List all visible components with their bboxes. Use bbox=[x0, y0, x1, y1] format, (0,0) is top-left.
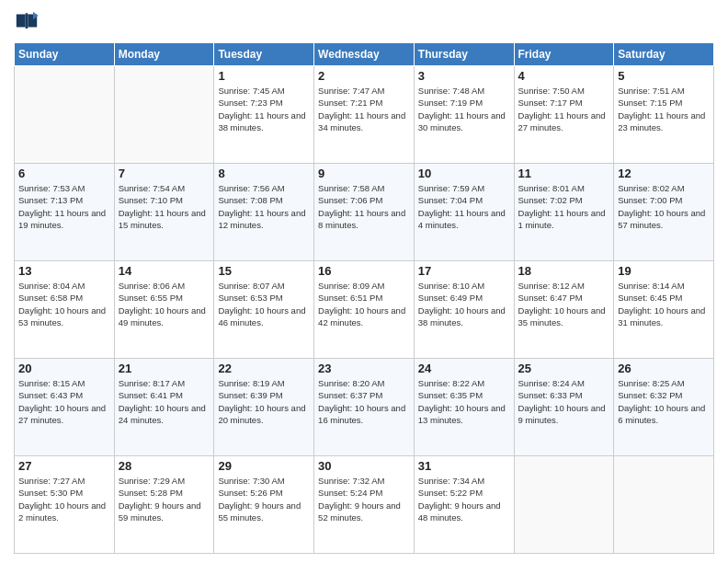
day-info: Sunrise: 8:15 AM Sunset: 6:43 PM Dayligh… bbox=[18, 377, 110, 426]
calendar-cell: 16Sunrise: 8:09 AM Sunset: 6:51 PM Dayli… bbox=[314, 261, 415, 359]
calendar-header-tuesday: Tuesday bbox=[214, 43, 314, 66]
day-info: Sunrise: 7:56 AM Sunset: 7:08 PM Dayligh… bbox=[218, 182, 310, 231]
calendar-header-thursday: Thursday bbox=[414, 43, 514, 66]
svg-rect-1 bbox=[17, 15, 26, 28]
day-info: Sunrise: 7:50 AM Sunset: 7:17 PM Dayligh… bbox=[518, 85, 610, 133]
day-info: Sunrise: 8:07 AM Sunset: 6:53 PM Dayligh… bbox=[218, 280, 310, 328]
calendar-cell: 12Sunrise: 8:02 AM Sunset: 7:00 PM Dayli… bbox=[614, 164, 714, 261]
day-number: 7 bbox=[119, 167, 210, 180]
day-number: 6 bbox=[18, 167, 110, 180]
day-number: 12 bbox=[618, 167, 710, 180]
day-number: 30 bbox=[318, 459, 410, 473]
day-number: 25 bbox=[518, 362, 610, 375]
day-number: 4 bbox=[518, 69, 610, 83]
calendar-week-0: 1Sunrise: 7:45 AM Sunset: 7:23 PM Daylig… bbox=[15, 66, 714, 164]
calendar-week-1: 6Sunrise: 7:53 AM Sunset: 7:13 PM Daylig… bbox=[15, 164, 714, 261]
calendar-header-row: SundayMondayTuesdayWednesdayThursdayFrid… bbox=[15, 43, 714, 66]
day-info: Sunrise: 8:04 AM Sunset: 6:58 PM Dayligh… bbox=[18, 280, 110, 328]
calendar-cell: 14Sunrise: 8:06 AM Sunset: 6:55 PM Dayli… bbox=[114, 261, 214, 359]
day-number: 26 bbox=[618, 362, 710, 375]
day-number: 8 bbox=[218, 167, 310, 180]
day-number: 27 bbox=[18, 459, 110, 473]
header bbox=[14, 9, 714, 35]
logo bbox=[14, 9, 41, 35]
calendar-header-friday: Friday bbox=[514, 43, 614, 66]
calendar-cell: 7Sunrise: 7:54 AM Sunset: 7:10 PM Daylig… bbox=[114, 164, 214, 261]
calendar-header-sunday: Sunday bbox=[15, 43, 115, 66]
day-info: Sunrise: 7:59 AM Sunset: 7:04 PM Dayligh… bbox=[418, 182, 510, 231]
day-number: 23 bbox=[318, 362, 410, 375]
day-number: 16 bbox=[318, 264, 410, 278]
calendar-week-3: 20Sunrise: 8:15 AM Sunset: 6:43 PM Dayli… bbox=[15, 359, 714, 456]
day-number: 29 bbox=[218, 459, 310, 473]
calendar-cell: 24Sunrise: 8:22 AM Sunset: 6:35 PM Dayli… bbox=[414, 359, 514, 456]
day-info: Sunrise: 8:10 AM Sunset: 6:49 PM Dayligh… bbox=[418, 280, 510, 328]
calendar-header-monday: Monday bbox=[114, 43, 214, 66]
generalblue-logo-icon bbox=[14, 9, 40, 35]
calendar-cell bbox=[15, 66, 115, 164]
calendar-cell: 8Sunrise: 7:56 AM Sunset: 7:08 PM Daylig… bbox=[214, 164, 314, 261]
day-number: 21 bbox=[119, 362, 210, 375]
day-info: Sunrise: 7:53 AM Sunset: 7:13 PM Dayligh… bbox=[18, 182, 110, 231]
day-number: 15 bbox=[218, 264, 310, 278]
calendar-cell: 9Sunrise: 7:58 AM Sunset: 7:06 PM Daylig… bbox=[314, 164, 415, 261]
day-info: Sunrise: 8:19 AM Sunset: 6:39 PM Dayligh… bbox=[218, 377, 310, 426]
calendar-cell: 29Sunrise: 7:30 AM Sunset: 5:26 PM Dayli… bbox=[214, 456, 314, 554]
calendar-cell: 26Sunrise: 8:25 AM Sunset: 6:32 PM Dayli… bbox=[614, 359, 714, 456]
day-number: 14 bbox=[119, 264, 210, 278]
calendar-cell: 4Sunrise: 7:50 AM Sunset: 7:17 PM Daylig… bbox=[514, 66, 614, 164]
day-info: Sunrise: 7:58 AM Sunset: 7:06 PM Dayligh… bbox=[318, 182, 410, 231]
day-number: 28 bbox=[119, 459, 210, 473]
day-info: Sunrise: 8:01 AM Sunset: 7:02 PM Dayligh… bbox=[518, 182, 610, 231]
day-number: 5 bbox=[618, 69, 710, 83]
calendar-cell: 17Sunrise: 8:10 AM Sunset: 6:49 PM Dayli… bbox=[414, 261, 514, 359]
calendar-cell: 21Sunrise: 8:17 AM Sunset: 6:41 PM Dayli… bbox=[114, 359, 214, 456]
calendar-cell: 2Sunrise: 7:47 AM Sunset: 7:21 PM Daylig… bbox=[314, 66, 415, 164]
day-info: Sunrise: 8:17 AM Sunset: 6:41 PM Dayligh… bbox=[119, 377, 210, 426]
calendar-cell bbox=[514, 456, 614, 554]
day-info: Sunrise: 7:30 AM Sunset: 5:26 PM Dayligh… bbox=[218, 475, 310, 523]
day-info: Sunrise: 8:06 AM Sunset: 6:55 PM Dayligh… bbox=[119, 280, 210, 328]
day-number: 24 bbox=[418, 362, 510, 375]
calendar-cell: 6Sunrise: 7:53 AM Sunset: 7:13 PM Daylig… bbox=[15, 164, 115, 261]
day-info: Sunrise: 7:48 AM Sunset: 7:19 PM Dayligh… bbox=[418, 85, 510, 133]
day-number: 1 bbox=[218, 69, 310, 83]
calendar-cell: 23Sunrise: 8:20 AM Sunset: 6:37 PM Dayli… bbox=[314, 359, 415, 456]
day-info: Sunrise: 8:25 AM Sunset: 6:32 PM Dayligh… bbox=[618, 377, 710, 426]
calendar-week-2: 13Sunrise: 8:04 AM Sunset: 6:58 PM Dayli… bbox=[15, 261, 714, 359]
day-info: Sunrise: 8:02 AM Sunset: 7:00 PM Dayligh… bbox=[618, 182, 710, 231]
calendar-cell: 25Sunrise: 8:24 AM Sunset: 6:33 PM Dayli… bbox=[514, 359, 614, 456]
calendar-cell: 19Sunrise: 8:14 AM Sunset: 6:45 PM Dayli… bbox=[614, 261, 714, 359]
day-number: 13 bbox=[18, 264, 110, 278]
day-info: Sunrise: 7:51 AM Sunset: 7:15 PM Dayligh… bbox=[618, 85, 710, 133]
calendar-cell: 20Sunrise: 8:15 AM Sunset: 6:43 PM Dayli… bbox=[15, 359, 115, 456]
calendar-cell: 28Sunrise: 7:29 AM Sunset: 5:28 PM Dayli… bbox=[114, 456, 214, 554]
day-info: Sunrise: 7:54 AM Sunset: 7:10 PM Dayligh… bbox=[119, 182, 210, 231]
calendar-cell: 10Sunrise: 7:59 AM Sunset: 7:04 PM Dayli… bbox=[414, 164, 514, 261]
day-number: 2 bbox=[318, 69, 410, 83]
calendar-header-saturday: Saturday bbox=[614, 43, 714, 66]
day-info: Sunrise: 7:32 AM Sunset: 5:24 PM Dayligh… bbox=[318, 475, 410, 523]
day-number: 22 bbox=[218, 362, 310, 375]
day-info: Sunrise: 8:20 AM Sunset: 6:37 PM Dayligh… bbox=[318, 377, 410, 426]
calendar-cell: 11Sunrise: 8:01 AM Sunset: 7:02 PM Dayli… bbox=[514, 164, 614, 261]
day-info: Sunrise: 7:29 AM Sunset: 5:28 PM Dayligh… bbox=[119, 475, 210, 523]
day-info: Sunrise: 7:34 AM Sunset: 5:22 PM Dayligh… bbox=[418, 475, 510, 523]
day-info: Sunrise: 7:47 AM Sunset: 7:21 PM Dayligh… bbox=[318, 85, 410, 133]
calendar-cell: 22Sunrise: 8:19 AM Sunset: 6:39 PM Dayli… bbox=[214, 359, 314, 456]
calendar-cell: 15Sunrise: 8:07 AM Sunset: 6:53 PM Dayli… bbox=[214, 261, 314, 359]
day-info: Sunrise: 7:45 AM Sunset: 7:23 PM Dayligh… bbox=[218, 85, 310, 133]
calendar-cell bbox=[114, 66, 214, 164]
calendar-cell: 18Sunrise: 8:12 AM Sunset: 6:47 PM Dayli… bbox=[514, 261, 614, 359]
day-number: 19 bbox=[618, 264, 710, 278]
calendar-cell: 3Sunrise: 7:48 AM Sunset: 7:19 PM Daylig… bbox=[414, 66, 514, 164]
calendar: SundayMondayTuesdayWednesdayThursdayFrid… bbox=[14, 42, 714, 554]
calendar-header-wednesday: Wednesday bbox=[314, 43, 415, 66]
day-number: 10 bbox=[418, 167, 510, 180]
calendar-cell: 13Sunrise: 8:04 AM Sunset: 6:58 PM Dayli… bbox=[15, 261, 115, 359]
calendar-cell: 1Sunrise: 7:45 AM Sunset: 7:23 PM Daylig… bbox=[214, 66, 314, 164]
day-info: Sunrise: 8:09 AM Sunset: 6:51 PM Dayligh… bbox=[318, 280, 410, 328]
calendar-week-4: 27Sunrise: 7:27 AM Sunset: 5:30 PM Dayli… bbox=[15, 456, 714, 554]
calendar-cell: 5Sunrise: 7:51 AM Sunset: 7:15 PM Daylig… bbox=[614, 66, 714, 164]
calendar-cell: 31Sunrise: 7:34 AM Sunset: 5:22 PM Dayli… bbox=[414, 456, 514, 554]
